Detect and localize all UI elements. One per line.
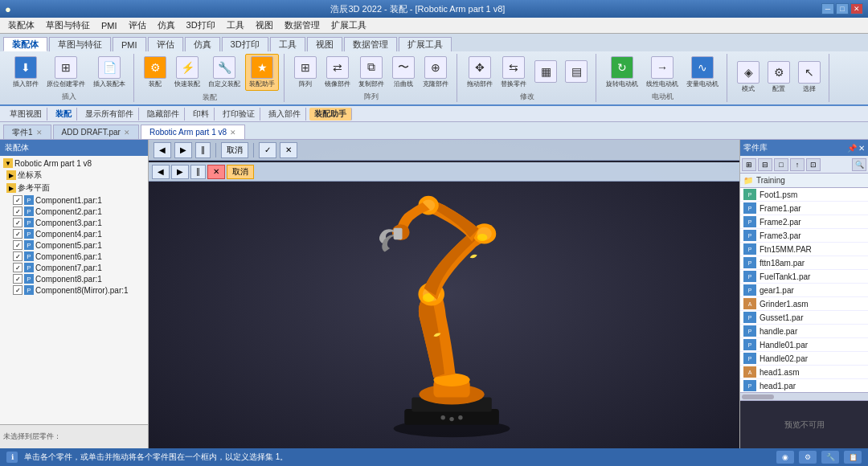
status-btn-4[interactable]: 📋 (844, 451, 862, 464)
comp5-check[interactable]: ✓ (13, 240, 23, 250)
ribbon-btn-rotate-motor[interactable]: ↻ 旋转电动机 (603, 55, 641, 90)
ribbon-tab-pmi[interactable]: PMI (113, 37, 146, 51)
parts-item-grinder1[interactable]: A Grinder1.asm (740, 297, 868, 311)
parts-btn-search[interactable]: 🔍 (852, 158, 866, 171)
menu-item-sketch[interactable]: 草图与特征 (41, 18, 95, 33)
status-btn-2[interactable]: ⚙ (799, 451, 817, 464)
menu-item-tools[interactable]: 工具 (222, 18, 249, 33)
comp2-check[interactable]: ✓ (13, 206, 23, 216)
comp4-check[interactable]: ✓ (13, 229, 23, 239)
qa-insert-part[interactable]: 插入部件 (264, 108, 306, 121)
comp7-check[interactable]: ✓ (13, 263, 23, 272)
ribbon-btn-insert-asm[interactable]: 📄 插入装配本 (90, 55, 129, 90)
menu-item-sim[interactable]: 仿真 (153, 18, 180, 33)
qa-feed[interactable]: 印料 (188, 108, 215, 121)
ribbon-btn-assemble-helper[interactable]: ★ 装配助手 (245, 54, 279, 91)
ribbon-btn-drag[interactable]: ✥ 拖动部件 (464, 55, 496, 90)
parts-item-frame2[interactable]: P Frame2.par (740, 215, 868, 229)
ribbon-btn-custom-assemble[interactable]: 🔧 自定义装配 (205, 55, 244, 90)
tree-ref-planes[interactable]: ▶ 参考平面 (5, 182, 146, 194)
ribbon-btn-array[interactable]: ⊞ 阵列 (291, 55, 320, 90)
qa-assemble[interactable]: 装配 (51, 108, 77, 121)
ribbon-tab-ext[interactable]: 扩展工具 (399, 37, 452, 51)
parts-btn-2[interactable]: ⊟ (758, 158, 772, 171)
tree-comp2[interactable]: ✓ P Component2.par:1 (11, 206, 146, 217)
comp8m-check[interactable]: ✓ (13, 285, 23, 295)
parts-item-handle02[interactable]: P Handle02.par (740, 352, 868, 366)
parts-item-head1par[interactable]: P head1.par (740, 379, 868, 392)
tree-comp6[interactable]: ✓ P Component6.par:1 (11, 251, 146, 262)
ribbon-btn-linear-motor[interactable]: → 线性电动机 (643, 55, 682, 90)
status-btn-1[interactable]: ◉ (776, 451, 794, 464)
parts-btn-3[interactable]: □ (774, 158, 788, 171)
parts-item-fueltank[interactable]: P FuelTank1.par (740, 270, 868, 284)
qa-sketch-view[interactable]: 草图视图 (5, 108, 47, 121)
close-part1-icon[interactable]: ✕ (36, 129, 43, 137)
parts-item-handle01[interactable]: P Handle01.par (740, 338, 868, 352)
qa-hide-part[interactable]: 隐藏部件 (142, 108, 185, 121)
qa-print-verify[interactable]: 打印验证 (218, 108, 260, 121)
close-button[interactable]: ✕ (850, 3, 863, 14)
ribbon-btn-quick-assemble[interactable]: ⚡ 快速装配 (171, 55, 203, 90)
parts-btn-5[interactable]: ⊡ (806, 158, 821, 171)
close-robotic-icon[interactable]: ✕ (230, 129, 236, 137)
ribbon-tab-tools[interactable]: 工具 (270, 37, 305, 51)
menu-item-view[interactable]: 视图 (251, 18, 278, 33)
parts-item-fttn18am[interactable]: P fttn18am.par (740, 256, 868, 270)
doc-tab-draft[interactable]: ADD DRAFT.par ✕ (53, 125, 139, 139)
ribbon-btn-config[interactable]: ⚙ 配置 (764, 59, 793, 95)
ribbon-tab-sim[interactable]: 仿真 (185, 37, 220, 51)
ribbon-btn-m3[interactable]: ▦ (531, 59, 560, 85)
status-btn-3[interactable]: 🔧 (821, 451, 839, 464)
ribbon-btn-copy-part[interactable]: ⧉ 复制部件 (355, 55, 387, 90)
doc-tab-robotic[interactable]: Robotic Arm part 1 v8 ✕ (141, 125, 245, 139)
parts-item-head1asm[interactable]: A head1.asm (740, 366, 868, 379)
parts-item-handle[interactable]: P handle.par (740, 325, 868, 338)
minimize-button[interactable]: ─ (821, 3, 834, 14)
parts-btn-4[interactable]: ↑ (790, 158, 805, 171)
tree-comp4[interactable]: ✓ P Component4.par:1 (11, 228, 146, 239)
tree-comp3[interactable]: ✓ P Component3.par:1 (11, 217, 146, 228)
tree-coordinates[interactable]: ▶ 坐标系 (5, 169, 146, 182)
parts-btn-1[interactable]: ⊞ (742, 158, 756, 171)
ribbon-tab-view[interactable]: 视图 (307, 37, 342, 51)
parts-item-frame3[interactable]: P Frame3.par (740, 229, 868, 243)
comp8-check[interactable]: ✓ (13, 274, 23, 284)
tree-comp8[interactable]: ✓ P Component8.par:1 (11, 273, 146, 284)
menu-item-assemble[interactable]: 装配体 (3, 18, 39, 33)
ribbon-btn-select[interactable]: ↖ 选择 (795, 59, 824, 95)
parts-item-gear1[interactable]: P gear1.par (740, 284, 868, 297)
doc-tab-part1[interactable]: 零件1 ✕ (3, 125, 51, 139)
menu-item-pmi[interactable]: PMI (96, 18, 122, 33)
ribbon-btn-mirror[interactable]: ⇄ 镜像部件 (321, 55, 354, 90)
parts-horizontal-scroll[interactable] (740, 392, 868, 400)
comp1-check[interactable]: ✓ (13, 195, 23, 205)
parts-item-frame1[interactable]: P Frame1.par (740, 202, 868, 215)
maximize-button[interactable]: □ (836, 3, 849, 14)
ribbon-tab-sketch[interactable]: 草图与特征 (49, 37, 111, 51)
ribbon-tab-eval[interactable]: 评估 (148, 37, 183, 51)
tree-comp5[interactable]: ✓ P Component5.par:1 (11, 239, 146, 251)
tree-comp1[interactable]: ✓ P Component1.par:1 (11, 194, 146, 206)
tree-comp8m[interactable]: ✓ P Component8(Mirror).par:1 (11, 284, 146, 296)
ribbon-btn-replace[interactable]: ⇆ 替换零件 (497, 55, 530, 90)
menu-item-data[interactable]: 数据管理 (280, 18, 325, 33)
menu-item-extend[interactable]: 扩展工具 (326, 18, 371, 33)
ribbon-tab-3dprint[interactable]: 3D打印 (222, 37, 268, 51)
ribbon-btn-m4[interactable]: ▤ (562, 59, 591, 85)
ribbon-btn-assemble[interactable]: ⚙ 装配 (141, 55, 170, 90)
ribbon-tab-assemble[interactable]: 装配体 (3, 37, 47, 51)
parts-item-gusset1[interactable]: P Gusset1.par (740, 311, 868, 325)
viewport[interactable]: ◀ ▶ ‖ 取消 ✓ ✕ ◀ ▶ ‖ ✕ 取消 (149, 140, 739, 448)
parts-item-ftn15mm[interactable]: P Ftn15MM.PAR (740, 243, 868, 256)
qa-assemble-helper[interactable]: 装配助手 (309, 108, 352, 121)
parts-close-icon[interactable]: ✕ (858, 144, 865, 153)
parts-pin-icon[interactable]: 📌 (847, 144, 857, 153)
ribbon-btn-insert-part[interactable]: ⬇ 插入部件 (10, 55, 42, 90)
menu-item-eval[interactable]: 评估 (124, 18, 151, 33)
ribbon-btn-create-part[interactable]: ⊞ 原位创建零件 (43, 55, 88, 90)
ribbon-btn-clone[interactable]: ⊕ 克隆部件 (420, 55, 452, 90)
close-draft-icon[interactable]: ✕ (124, 129, 130, 137)
ribbon-btn-var-motor[interactable]: ∿ 变量电动机 (683, 55, 722, 90)
tree-comp7[interactable]: ✓ P Component7.par:1 (11, 262, 146, 273)
